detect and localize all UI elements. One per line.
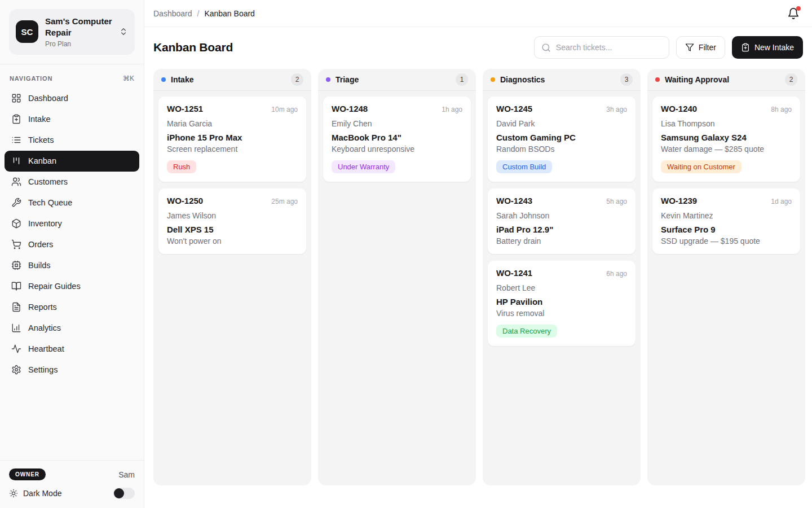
- clipboard-plus-icon: [11, 114, 21, 124]
- card-id: WO-1250: [167, 196, 203, 205]
- activity-icon: [11, 344, 21, 354]
- sidebar: SC Sam's Computer Repair Pro Plan NAVIGA…: [0, 0, 144, 508]
- sidebar-item-label: Reports: [28, 303, 57, 312]
- card-issue: SSD upgrade — $195 quote: [661, 237, 792, 246]
- column-waiting-approval: Waiting Approval 2 WO-1240 8h ago Lisa T…: [647, 69, 805, 485]
- card-time: 5h ago: [606, 198, 627, 205]
- kanban-card-wo-1248[interactable]: WO-1248 1h ago Emily Chen MacBook Pro 14…: [323, 97, 471, 182]
- card-time: 1d ago: [771, 198, 792, 205]
- column-header: Diagnostics 3: [483, 69, 641, 91]
- breadcrumb: Dashboard / Kanban Board: [153, 9, 255, 18]
- column-title: Waiting Approval: [665, 75, 729, 84]
- card-device: iPhone 15 Pro Max: [167, 133, 298, 142]
- card-device: Surface Pro 9: [661, 225, 792, 234]
- kanban-card-wo-1239[interactable]: WO-1239 1d ago Kevin Martinez Surface Pr…: [652, 189, 800, 254]
- sidebar-footer: OWNER Sam Dark Mode: [0, 460, 144, 508]
- sidebar-item-tech-queue[interactable]: Tech Queue: [5, 192, 139, 213]
- column-diagnostics: Diagnostics 3 WO-1245 3h ago David Park …: [483, 69, 641, 485]
- card-id: WO-1248: [332, 104, 368, 113]
- kanban-card-wo-1243[interactable]: WO-1243 5h ago Sarah Johnson iPad Pro 12…: [488, 189, 636, 254]
- kanban-card-wo-1245[interactable]: WO-1245 3h ago David Park Custom Gaming …: [488, 97, 636, 182]
- sidebar-item-analytics[interactable]: Analytics: [5, 318, 139, 339]
- card-device: Samsung Galaxy S24: [661, 133, 792, 142]
- card-id: WO-1239: [661, 196, 697, 205]
- users-icon: [11, 177, 21, 187]
- sidebar-item-label: Heartbeat: [28, 344, 64, 353]
- card-issue: Battery drain: [496, 237, 627, 246]
- grid-icon: [11, 93, 21, 103]
- chevrons-up-down-icon: [119, 27, 128, 36]
- owner-badge: OWNER: [9, 468, 46, 480]
- toolbar: Kanban Board Filter New Intake: [144, 27, 812, 69]
- wrench-icon: [11, 198, 21, 208]
- command-k-shortcut: ⌘K: [123, 75, 134, 82]
- org-section: SC Sam's Computer Repair Pro Plan: [0, 0, 144, 64]
- card-device: Dell XPS 15: [167, 225, 298, 234]
- sidebar-nav: Dashboard Intake Tickets Kanban Customer…: [0, 88, 144, 380]
- org-name: Sam's Computer Repair: [45, 16, 112, 39]
- breadcrumb-separator: /: [197, 9, 200, 18]
- org-avatar: SC: [16, 20, 38, 43]
- filter-button[interactable]: Filter: [676, 36, 725, 59]
- nav-header: NAVIGATION ⌘K: [0, 64, 144, 88]
- sidebar-item-customers[interactable]: Customers: [5, 172, 139, 192]
- page-title: Kanban Board: [153, 41, 233, 54]
- kanban-board: Intake 2 WO-1251 10m ago Maria Garcia iP…: [144, 69, 812, 485]
- sidebar-item-label: Tickets: [28, 135, 54, 144]
- dark-mode-toggle[interactable]: [113, 488, 135, 499]
- card-device: iPad Pro 12.9": [496, 225, 627, 234]
- breadcrumb-dashboard[interactable]: Dashboard: [153, 9, 192, 18]
- org-switcher[interactable]: SC Sam's Computer Repair Pro Plan: [9, 9, 135, 55]
- list-icon: [11, 135, 21, 145]
- new-intake-button-label: New Intake: [754, 43, 794, 52]
- card-issue: Keyboard unresponsive: [332, 144, 462, 154]
- kanban-card-wo-1250[interactable]: WO-1250 25m ago James Wilson Dell XPS 15…: [158, 189, 306, 254]
- card-issue: Screen replacement: [167, 144, 298, 154]
- kanban-card-wo-1240[interactable]: WO-1240 8h ago Lisa Thompson Samsung Gal…: [652, 97, 800, 182]
- kanban-icon: [11, 156, 21, 166]
- sidebar-item-builds[interactable]: Builds: [5, 255, 139, 276]
- kanban-card-wo-1241[interactable]: WO-1241 6h ago Robert Lee HP Pavilion Vi…: [488, 261, 636, 346]
- sidebar-item-orders[interactable]: Orders: [5, 234, 139, 255]
- sidebar-item-label: Kanban: [28, 156, 56, 165]
- card-customer: David Park: [496, 119, 627, 128]
- column-status-dot: [326, 77, 330, 82]
- sidebar-item-intake[interactable]: Intake: [5, 109, 139, 130]
- sidebar-item-settings[interactable]: Settings: [5, 360, 139, 380]
- card-customer: Robert Lee: [496, 283, 627, 292]
- notifications-button[interactable]: [787, 7, 800, 20]
- search-input[interactable]: [556, 43, 662, 52]
- card-customer: Kevin Martinez: [661, 211, 792, 220]
- toggle-knob: [114, 488, 124, 498]
- sidebar-item-label: Dashboard: [28, 94, 68, 103]
- filter-button-label: Filter: [699, 43, 716, 52]
- sidebar-item-tickets[interactable]: Tickets: [5, 130, 139, 151]
- card-id: WO-1251: [167, 104, 203, 113]
- card-customer: James Wilson: [167, 211, 298, 220]
- column-count-badge: 3: [620, 73, 633, 86]
- sidebar-item-inventory[interactable]: Inventory: [5, 213, 139, 234]
- column-header: Intake 2: [153, 69, 311, 91]
- topbar: Dashboard / Kanban Board: [144, 0, 812, 27]
- gear-icon: [11, 365, 21, 375]
- sidebar-item-repair-guides[interactable]: Repair Guides: [5, 276, 139, 297]
- sidebar-item-label: Tech Queue: [28, 198, 72, 207]
- org-plan: Pro Plan: [45, 40, 112, 48]
- sidebar-item-reports[interactable]: Reports: [5, 297, 139, 318]
- card-id: WO-1245: [496, 104, 532, 113]
- card-device: MacBook Pro 14": [332, 133, 462, 142]
- card-device: Custom Gaming PC: [496, 133, 627, 142]
- card-tag: Data Recovery: [496, 325, 557, 338]
- column-header: Triage 1: [318, 69, 476, 91]
- sidebar-item-kanban[interactable]: Kanban: [5, 151, 139, 172]
- card-time: 6h ago: [606, 270, 627, 278]
- card-issue: Water damage — $285 quote: [661, 144, 792, 154]
- new-intake-button[interactable]: New Intake: [732, 36, 803, 59]
- sidebar-item-heartbeat[interactable]: Heartbeat: [5, 339, 139, 360]
- search-box[interactable]: [534, 36, 669, 59]
- sidebar-item-label: Intake: [28, 115, 51, 124]
- card-customer: Maria Garcia: [167, 119, 298, 128]
- sidebar-item-label: Builds: [28, 261, 51, 270]
- sidebar-item-dashboard[interactable]: Dashboard: [5, 88, 139, 109]
- kanban-card-wo-1251[interactable]: WO-1251 10m ago Maria Garcia iPhone 15 P…: [158, 97, 306, 182]
